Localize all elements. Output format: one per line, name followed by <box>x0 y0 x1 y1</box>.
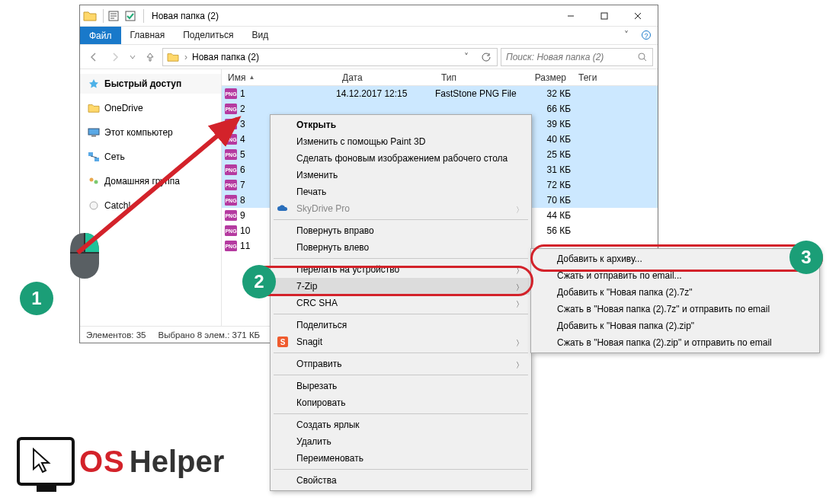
maximize-button[interactable] <box>588 5 621 27</box>
separator-icon <box>143 9 144 23</box>
search-input[interactable] <box>506 52 632 62</box>
help-icon[interactable]: ? <box>635 27 658 44</box>
file-size: 56 КБ <box>527 225 571 236</box>
file-size: 66 КБ <box>527 104 571 114</box>
address-bar[interactable]: › Новая папка (2) ˅ <box>162 48 498 66</box>
sub-compress-zip-email[interactable]: Сжать в "Новая папка (2).zip" и отправит… <box>533 334 818 351</box>
ctx-shortcut[interactable]: Создать ярлык <box>272 416 530 433</box>
check-icon[interactable] <box>123 9 137 23</box>
titlebar: Новая папка (2) <box>80 5 658 27</box>
png-icon: PNG <box>222 88 237 99</box>
ctx-wallpaper[interactable]: Сделать фоновым изображением рабочего ст… <box>272 150 530 167</box>
refresh-icon[interactable] <box>479 52 494 62</box>
back-button[interactable] <box>85 48 103 66</box>
folder-icon <box>166 50 180 64</box>
logo-text-os: OS <box>79 445 125 479</box>
ctx-crcsha[interactable]: CRC SHA〉 <box>272 295 530 311</box>
file-row[interactable]: PNG114.12.2017 12:15FastStone PNG File32… <box>222 86 658 101</box>
chevron-right-icon: 〉 <box>516 360 524 371</box>
col-date[interactable]: Дата <box>336 72 435 83</box>
chevron-right-icon: 〉 <box>516 299 524 310</box>
tab-view[interactable]: Вид <box>242 27 277 44</box>
forward-button[interactable] <box>106 48 124 66</box>
ctx-open[interactable]: Открыть <box>272 116 530 133</box>
sub-add-7z[interactable]: Добавить к "Новая папка (2).7z" <box>533 284 818 301</box>
file-size: 70 КБ <box>527 195 571 206</box>
col-size[interactable]: Размер <box>527 72 572 83</box>
breadcrumb-item[interactable]: Новая папка (2) <box>192 52 259 62</box>
ctx-rotate-left[interactable]: Повернуть влево <box>272 239 530 256</box>
ctx-rotate-right[interactable]: Повернуть вправо <box>272 222 530 239</box>
separator <box>274 413 528 414</box>
sub-add-zip[interactable]: Добавить к "Новая папка (2).zip" <box>533 317 818 334</box>
svg-rect-3 <box>601 13 607 19</box>
chevron-down-icon[interactable]: ˅ <box>459 52 474 62</box>
col-name[interactable]: Имя▲ <box>222 72 336 83</box>
svg-line-9 <box>644 59 646 61</box>
separator <box>274 352 528 353</box>
status-count: Элементов: 35 <box>86 330 146 340</box>
separator <box>274 219 528 220</box>
svg-text:S: S <box>280 338 286 346</box>
ctx-copy[interactable]: Копировать <box>272 394 530 411</box>
snagit-icon: S <box>277 336 289 348</box>
annotation-step-2: 2 <box>242 265 276 298</box>
separator <box>274 258 528 259</box>
minimize-button[interactable] <box>554 5 588 27</box>
ribbon-expand-icon[interactable]: ˅ <box>618 27 635 44</box>
separator-icon <box>103 9 104 23</box>
history-dropdown-icon[interactable] <box>127 48 138 66</box>
sub-compress-7z-email[interactable]: Сжать в "Новая папка (2).7z" и отправить… <box>533 301 818 317</box>
address-row: › Новая папка (2) ˅ <box>80 45 658 69</box>
cloud-icon <box>277 203 289 215</box>
logo: OS Helper <box>17 437 224 486</box>
svg-point-8 <box>639 53 645 59</box>
ctx-skydrive[interactable]: SkyDrive Pro 〉 <box>272 200 530 217</box>
context-menu: Открыть Изменить с помощью Paint 3D Сдел… <box>270 114 532 491</box>
ctx-send[interactable]: Отправить〉 <box>272 356 530 372</box>
file-size: 25 КБ <box>527 149 571 160</box>
sidebar-item-quick-access[interactable]: Быстрый доступ <box>80 74 221 94</box>
ctx-share[interactable]: Поделиться <box>272 317 530 333</box>
file-date: 14.12.2017 12:15 <box>336 88 435 99</box>
chevron-right-icon: 〉 <box>516 205 524 215</box>
svg-text:PNG: PNG <box>225 91 237 97</box>
window-title: Новая папка (2) <box>152 11 219 21</box>
status-selection: Выбрано 8 элем.: 371 КБ <box>158 330 260 340</box>
tab-file[interactable]: Файл <box>80 27 121 44</box>
file-name: 2 <box>237 104 336 114</box>
annotation-oval-2 <box>251 266 533 296</box>
ctx-print[interactable]: Печать <box>272 183 530 200</box>
search-box[interactable] <box>501 48 653 66</box>
file-size: 31 КБ <box>527 164 571 175</box>
separator <box>274 469 528 470</box>
properties-icon[interactable] <box>107 9 120 23</box>
file-size: 32 КБ <box>527 88 571 99</box>
ctx-edit[interactable]: Изменить <box>272 167 530 183</box>
col-tags[interactable]: Теги <box>572 72 610 83</box>
monitor-icon <box>17 437 75 486</box>
logo-text-helper: Helper <box>130 445 225 479</box>
annotation-step-1: 1 <box>20 282 53 315</box>
sidebar-label: Быстрый доступ <box>104 78 181 89</box>
annotation-step-3: 3 <box>789 241 823 274</box>
up-button[interactable] <box>141 48 159 66</box>
ctx-snagit[interactable]: S Snagit〉 <box>272 333 530 350</box>
ctx-rename[interactable]: Переименовать <box>272 450 530 467</box>
folder-icon <box>83 9 97 23</box>
file-size: 72 КБ <box>527 180 571 190</box>
ctx-paint3d[interactable]: Изменить с помощью Paint 3D <box>272 133 530 150</box>
chevron-right-icon: 〉 <box>516 338 524 349</box>
file-type: FastStone PNG File <box>435 88 527 99</box>
file-size: 40 КБ <box>527 134 571 145</box>
col-type[interactable]: Тип <box>435 72 527 83</box>
tab-share[interactable]: Поделиться <box>174 27 242 44</box>
search-icon <box>637 52 648 62</box>
tab-home[interactable]: Главная <box>121 27 175 44</box>
column-headers: Имя▲ Дата Тип Размер Теги <box>222 69 658 86</box>
ctx-cut[interactable]: Вырезать <box>272 378 530 394</box>
chevron-right-icon: › <box>184 52 187 62</box>
close-button[interactable] <box>621 5 655 27</box>
ctx-properties[interactable]: Свойства <box>272 472 530 489</box>
ctx-delete[interactable]: Удалить <box>272 433 530 450</box>
